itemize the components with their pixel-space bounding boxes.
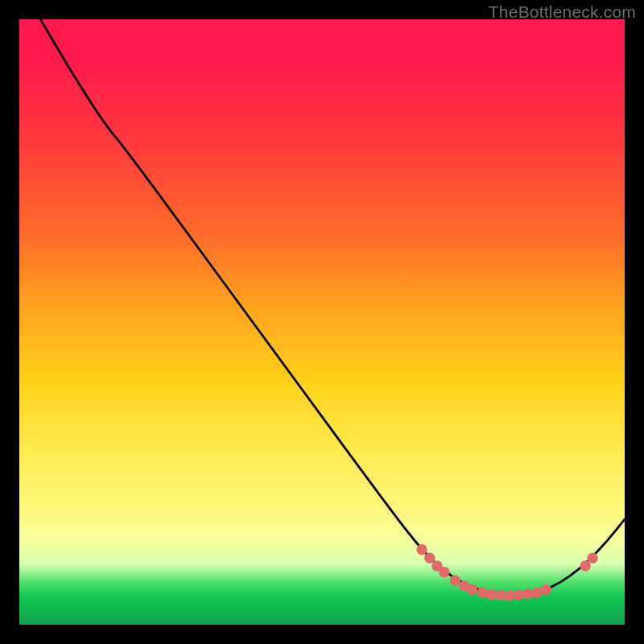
heat-gradient-background (19, 19, 625, 625)
plot-area (19, 19, 625, 625)
chart-stage: TheBottleneck.com (0, 0, 644, 644)
